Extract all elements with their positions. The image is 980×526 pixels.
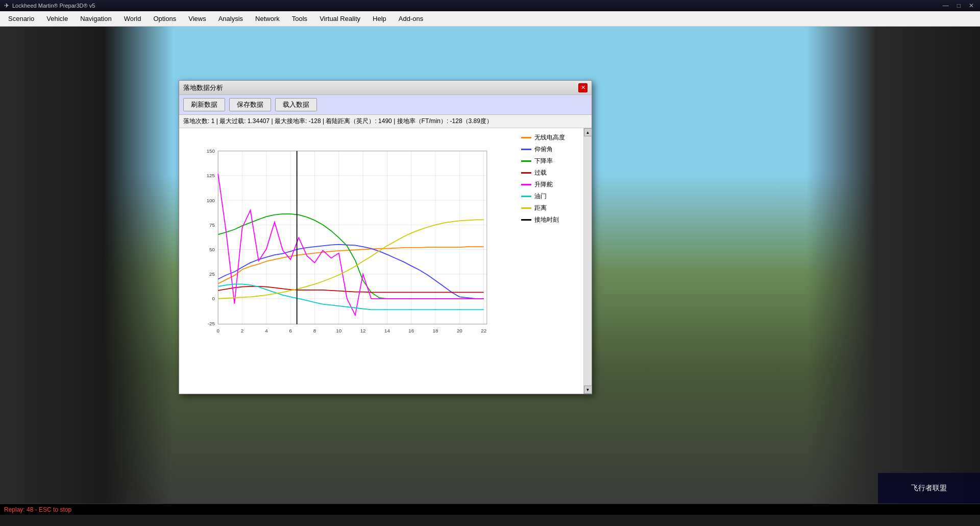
menu-item-options[interactable]: Options — [147, 13, 182, 25]
dialog-titlebar: 落地数据分析 ✕ — [179, 81, 592, 95]
legend-item: 过载 — [521, 169, 579, 177]
legend-color — [521, 137, 531, 138]
svg-text:-25: -25 — [208, 321, 215, 326]
svg-text:75: 75 — [209, 222, 215, 228]
svg-text:0: 0 — [212, 296, 215, 301]
svg-text:50: 50 — [209, 247, 215, 252]
watermark: 飞行者联盟 — [878, 473, 980, 504]
scroll-up-button[interactable]: ▲ — [584, 128, 592, 136]
main-viewport: 落地数据分析 ✕ 刷新数据 保存数据 载入数据 落地次数: 1 | 最大过载: … — [0, 27, 980, 515]
legend-label: 接地时刻 — [534, 216, 559, 224]
dialog-close-button[interactable]: ✕ — [578, 83, 587, 92]
cockpit-left-panel — [0, 27, 174, 515]
menu-item-help[interactable]: Help — [366, 13, 393, 25]
close-button[interactable]: ✕ — [967, 2, 976, 9]
replay-status: Replay: 48 - ESC to stop — [4, 506, 71, 513]
legend-item: 仰俯角 — [521, 145, 579, 154]
app-icon: ✈ — [4, 2, 9, 9]
chart-container: 150 125 100 75 50 25 0 -25 — [179, 128, 517, 394]
svg-text:8: 8 — [313, 328, 316, 333]
svg-text:10: 10 — [336, 328, 341, 333]
svg-text:150: 150 — [207, 148, 215, 154]
svg-text:25: 25 — [209, 271, 215, 277]
legend-color — [521, 196, 531, 197]
svg-text:125: 125 — [207, 173, 215, 178]
legend-label: 过载 — [534, 169, 547, 177]
watermark-text: 飞行者联盟 — [911, 484, 947, 493]
menu-item-add-ons[interactable]: Add-ons — [393, 13, 429, 25]
legend-item: 距离 — [521, 204, 579, 212]
menu-item-analysis[interactable]: Analysis — [212, 13, 249, 25]
menu-item-tools[interactable]: Tools — [286, 13, 313, 25]
save-data-button[interactable]: 保存数据 — [229, 98, 271, 111]
legend-color — [521, 219, 531, 221]
menu-item-scenario[interactable]: Scenario — [2, 13, 40, 25]
legend-label: 无线电高度 — [534, 133, 565, 142]
legend-label: 升降舵 — [534, 180, 553, 189]
svg-text:6: 6 — [289, 328, 292, 333]
app-title: Lockheed Martin® Prepar3D® v5 — [12, 3, 95, 9]
landing-chart: 150 125 100 75 50 25 0 -25 — [202, 133, 512, 378]
minimize-button[interactable]: — — [941, 2, 951, 9]
menu-item-views[interactable]: Views — [182, 13, 212, 25]
cockpit-right-panel — [806, 27, 980, 515]
titlebar-controls: — □ ✕ — [941, 2, 976, 9]
legend-label: 距离 — [534, 204, 547, 212]
load-data-button[interactable]: 载入数据 — [275, 98, 317, 111]
scroll-down-button[interactable]: ▼ — [584, 386, 592, 394]
titlebar: ✈ Lockheed Martin® Prepar3D® v5 — □ ✕ — [0, 0, 980, 11]
maximize-button[interactable]: □ — [955, 2, 963, 9]
legend-item: 下降率 — [521, 157, 579, 165]
statusbar: Replay: 48 - ESC to stop — [0, 504, 980, 515]
svg-text:16: 16 — [408, 328, 414, 333]
dialog-scrollbar: ▲ ▼ — [583, 128, 592, 394]
menu-item-vehicle[interactable]: Vehicle — [40, 13, 74, 25]
titlebar-left: ✈ Lockheed Martin® Prepar3D® v5 — [4, 2, 95, 9]
svg-text:22: 22 — [481, 328, 486, 333]
elevator-line — [218, 174, 483, 315]
svg-text:18: 18 — [433, 328, 438, 333]
legend-item: 油门 — [521, 192, 579, 201]
landing-analysis-dialog: 落地数据分析 ✕ 刷新数据 保存数据 载入数据 落地次数: 1 | 最大过载: … — [179, 80, 592, 394]
legend-label: 仰俯角 — [534, 145, 553, 154]
svg-text:12: 12 — [360, 328, 366, 333]
legend-color — [521, 160, 531, 162]
svg-text:100: 100 — [207, 198, 215, 203]
svg-text:4: 4 — [265, 328, 268, 333]
menu-item-network[interactable]: Network — [249, 13, 286, 25]
refresh-data-button[interactable]: 刷新数据 — [183, 98, 225, 111]
menubar: ScenarioVehicleNavigationWorldOptionsVie… — [0, 11, 980, 27]
legend-item: 接地时刻 — [521, 216, 579, 224]
legend-color — [521, 172, 531, 174]
menu-item-world[interactable]: World — [118, 13, 148, 25]
overload-line — [218, 286, 483, 293]
legend-item: 升降舵 — [521, 180, 579, 189]
legend-label: 油门 — [534, 192, 547, 201]
dialog-title: 落地数据分析 — [183, 83, 223, 92]
svg-text:14: 14 — [384, 328, 390, 333]
legend-color — [521, 149, 531, 150]
dialog-toolbar: 刷新数据 保存数据 载入数据 — [179, 95, 592, 115]
dialog-body: 150 125 100 75 50 25 0 -25 — [179, 128, 592, 394]
legend-color — [521, 207, 531, 209]
legend-label: 下降率 — [534, 157, 553, 165]
svg-text:2: 2 — [241, 328, 243, 333]
menu-item-virtual-reality[interactable]: Virtual Reality — [313, 13, 366, 25]
legend-item: 无线电高度 — [521, 133, 579, 142]
dialog-stats: 落地次数: 1 | 最大过载: 1.34407 | 最大接地率: -128 | … — [179, 115, 592, 128]
chart-legend: 无线电高度仰俯角下降率过载升降舵油门距离接地时刻 — [517, 128, 583, 394]
svg-text:20: 20 — [457, 328, 462, 333]
legend-color — [521, 184, 531, 185]
menu-item-navigation[interactable]: Navigation — [74, 13, 117, 25]
svg-text:0: 0 — [217, 328, 220, 333]
